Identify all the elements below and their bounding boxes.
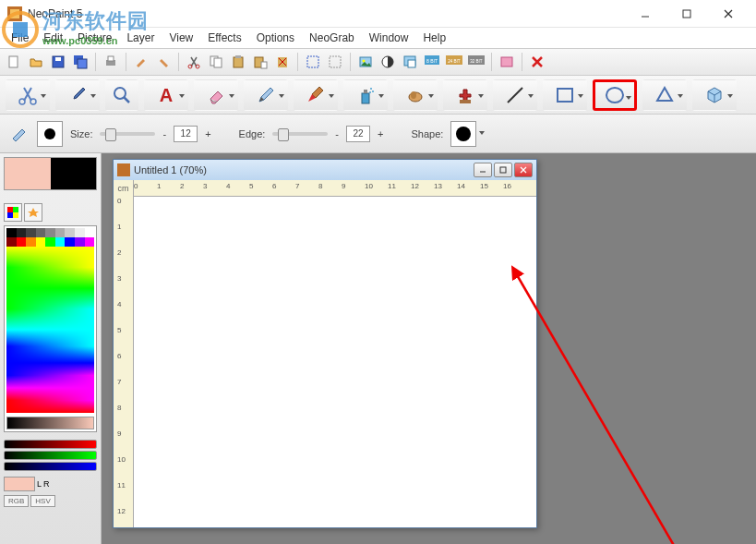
eraser-tool[interactable] [194,79,238,111]
separator [350,53,351,71]
stamp-tool[interactable] [393,79,438,111]
foreground-color[interactable] [5,158,51,189]
svg-rect-22 [261,62,267,68]
menu-options[interactable]: Options [249,30,302,46]
edge-value[interactable]: 22 [346,126,370,142]
minimize-button[interactable] [624,1,666,27]
paste-new-button[interactable] [250,52,270,72]
clone-tool[interactable] [443,79,487,111]
svg-rect-64 [117,163,130,176]
spray-tool[interactable] [343,79,388,111]
contrast-button[interactable] [378,52,398,72]
canvas[interactable] [134,197,536,527]
maximize-button[interactable] [666,1,707,27]
size-value[interactable]: 12 [174,126,198,142]
8bit-button[interactable]: 8 BIT [422,52,442,72]
new-button[interactable] [4,52,24,72]
vertical-ruler[interactable]: 0123456789101112 [114,197,134,527]
background-color[interactable] [51,158,97,189]
color-palette[interactable] [4,225,97,432]
palette-tab[interactable] [4,203,22,222]
24bit-button[interactable]: 24 BIT [444,52,464,72]
menubar: File Edit Picture Layer View Effects Opt… [0,28,756,48]
deselect-button[interactable] [325,52,345,72]
doc-maximize-button[interactable] [494,163,512,177]
zoom-tool[interactable] [105,79,138,111]
menu-picture[interactable]: Picture [70,30,119,46]
copy-button[interactable] [206,52,226,72]
doc-close-button[interactable] [514,163,533,177]
shade-bar[interactable] [6,417,94,429]
document-title: Untitled 1 (70%) [134,164,207,175]
image-button[interactable] [355,52,376,72]
svg-line-55 [508,88,522,103]
horizontal-ruler[interactable]: 012345678910111213141516 [134,180,536,196]
hsv-tab[interactable]: HSV [30,495,54,507]
polygon-tool[interactable] [642,79,687,111]
svg-rect-62 [7,212,13,218]
eyedropper-tool[interactable] [55,79,100,111]
color-row[interactable] [6,237,94,247]
brush-tool[interactable] [294,79,338,111]
app-icon [7,6,22,21]
menu-view[interactable]: View [162,30,200,46]
size-minus[interactable]: - [162,128,166,139]
print-button[interactable] [101,52,121,72]
result-swatch [4,477,35,491]
blue-slider[interactable] [4,462,97,471]
brush-preview[interactable] [37,121,63,147]
shape-dropdown[interactable] [450,121,476,147]
close-button[interactable] [707,1,749,27]
delete-button[interactable] [272,52,293,72]
size-plus[interactable]: + [205,128,210,139]
doc-minimize-button[interactable] [474,163,492,177]
text-tool[interactable]: A [144,79,188,111]
undo-brush-button[interactable] [131,52,151,72]
svg-rect-56 [558,89,572,102]
separator [491,53,492,71]
size-label: Size: [70,128,92,139]
rgb-tab[interactable]: RGB [4,495,29,507]
close-doc-button[interactable] [527,52,547,72]
menu-neograb[interactable]: NeoGrab [302,30,362,46]
menu-effects[interactable]: Effects [200,30,248,46]
palette-tabs [4,203,97,222]
edge-minus[interactable]: - [335,128,339,139]
menu-window[interactable]: Window [362,30,416,46]
red-slider[interactable] [4,440,97,449]
32bit-button[interactable]: 32 BIT [466,52,486,72]
effects-button[interactable] [497,52,517,72]
line-tool[interactable] [493,79,537,111]
cut-button[interactable] [184,52,204,72]
grayscale-row[interactable] [6,228,94,237]
ellipse-tool[interactable] [593,79,637,111]
select-all-button[interactable] [303,52,323,72]
redo-brush-button[interactable] [153,52,174,72]
menu-edit[interactable]: Edit [36,30,70,46]
cube-tool[interactable] [692,79,737,111]
save-all-button[interactable] [70,52,90,72]
save-button[interactable] [48,52,68,72]
ruler-corner[interactable]: cm [114,180,134,197]
tool-options-bar: Size: - 12 + Edge: - 22 + Shape: [0,115,756,153]
open-button[interactable] [26,52,46,72]
menu-file[interactable]: File [4,30,36,46]
svg-text:24 BIT: 24 BIT [448,59,461,64]
menu-layer[interactable]: Layer [119,30,162,46]
edge-plus[interactable]: + [378,128,383,139]
paste-button[interactable] [228,52,248,72]
fg-bg-swatches[interactable] [4,157,97,190]
svg-point-50 [372,91,374,92]
edge-slider[interactable] [272,132,328,136]
menu-help[interactable]: Help [415,30,453,46]
scissors-tool[interactable] [6,79,50,111]
document-titlebar[interactable]: Untitled 1 (70%) [114,160,536,180]
green-slider[interactable] [4,451,97,460]
rectangle-tool[interactable] [543,79,587,111]
pencil-tool[interactable] [244,79,288,111]
resize-button[interactable] [400,52,420,72]
svg-text:A: A [160,85,173,105]
size-slider[interactable] [100,132,155,136]
color-gradient-picker[interactable] [6,247,94,413]
favorites-tab[interactable] [24,203,42,222]
